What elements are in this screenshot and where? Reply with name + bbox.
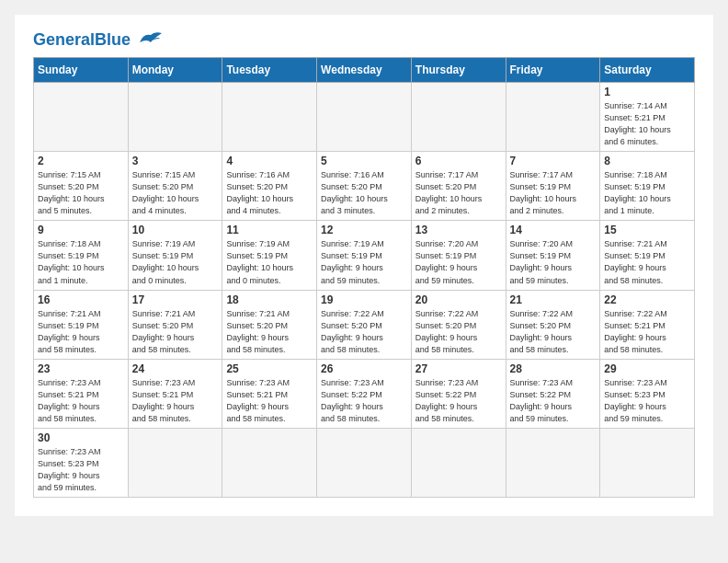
day-number: 15 [604,224,690,236]
day-number: 12 [321,224,407,236]
day-info: Sunrise: 7:15 AM Sunset: 5:20 PM Dayligh… [38,169,124,217]
day-number: 17 [132,293,219,306]
calendar-cell: 15Sunrise: 7:21 AM Sunset: 5:19 PM Dayli… [600,221,695,290]
calendar-cell: 8Sunrise: 7:18 AM Sunset: 5:19 PM Daylig… [600,152,695,221]
calendar-cell: 9Sunrise: 7:18 AM Sunset: 5:19 PM Daylig… [34,221,129,290]
day-info: Sunrise: 7:23 AM Sunset: 5:21 PM Dayligh… [226,377,313,425]
calendar-cell [128,83,222,152]
week-row-5: 30Sunrise: 7:23 AM Sunset: 5:23 PM Dayli… [34,428,695,497]
calendar-cell [411,83,506,152]
day-number: 14 [510,224,597,236]
week-row-4: 23Sunrise: 7:23 AM Sunset: 5:21 PM Dayli… [34,359,695,428]
day-number: 1 [604,86,690,98]
day-number: 4 [226,155,313,167]
calendar-cell: 1Sunrise: 7:14 AM Sunset: 5:21 PM Daylig… [600,83,695,152]
calendar-cell: 14Sunrise: 7:20 AM Sunset: 5:19 PM Dayli… [506,221,600,290]
day-info: Sunrise: 7:22 AM Sunset: 5:20 PM Dayligh… [415,308,502,356]
day-number: 9 [38,224,124,236]
day-info: Sunrise: 7:19 AM Sunset: 5:19 PM Dayligh… [226,238,313,286]
day-info: Sunrise: 7:19 AM Sunset: 5:19 PM Dayligh… [132,238,219,286]
logo-general: General [33,30,95,49]
day-number: 7 [510,155,597,167]
day-info: Sunrise: 7:21 AM Sunset: 5:20 PM Dayligh… [226,308,313,356]
day-number: 23 [38,362,124,375]
day-number: 28 [510,362,597,375]
day-info: Sunrise: 7:23 AM Sunset: 5:23 PM Dayligh… [38,446,124,494]
day-number: 30 [38,431,124,444]
calendar-cell [506,83,600,152]
day-info: Sunrise: 7:21 AM Sunset: 5:20 PM Dayligh… [132,308,219,356]
calendar-cell: 13Sunrise: 7:20 AM Sunset: 5:19 PM Dayli… [411,221,506,290]
day-number: 6 [415,155,502,167]
calendar-cell: 16Sunrise: 7:21 AM Sunset: 5:19 PM Dayli… [34,290,129,359]
calendar-cell: 18Sunrise: 7:21 AM Sunset: 5:20 PM Dayli… [222,290,317,359]
calendar-cell: 10Sunrise: 7:19 AM Sunset: 5:19 PM Dayli… [128,221,222,290]
week-row-2: 9Sunrise: 7:18 AM Sunset: 5:19 PM Daylig… [34,221,695,290]
calendar-cell [34,83,129,152]
day-info: Sunrise: 7:17 AM Sunset: 5:20 PM Dayligh… [415,169,502,217]
day-info: Sunrise: 7:14 AM Sunset: 5:21 PM Dayligh… [604,100,690,148]
day-number: 19 [321,293,407,306]
day-info: Sunrise: 7:23 AM Sunset: 5:22 PM Dayligh… [415,377,502,425]
calendar-cell [411,428,506,497]
calendar-cell: 26Sunrise: 7:23 AM Sunset: 5:22 PM Dayli… [317,359,412,428]
day-number: 3 [132,155,219,167]
calendar-cell: 12Sunrise: 7:19 AM Sunset: 5:19 PM Dayli… [317,221,412,290]
calendar-container: GeneralBlue SundayMondayTuesdayWednesday… [15,15,713,516]
day-number: 18 [226,293,313,306]
day-number: 20 [415,293,502,306]
calendar-cell [222,428,317,497]
day-number: 26 [321,362,407,375]
day-info: Sunrise: 7:15 AM Sunset: 5:20 PM Dayligh… [132,169,219,217]
logo-bird-icon [136,29,165,50]
day-number: 21 [510,293,597,306]
header-day-sunday: Sunday [34,58,129,83]
calendar-cell: 23Sunrise: 7:23 AM Sunset: 5:21 PM Dayli… [34,359,129,428]
calendar-cell: 24Sunrise: 7:23 AM Sunset: 5:21 PM Dayli… [128,359,222,428]
calendar-cell: 17Sunrise: 7:21 AM Sunset: 5:20 PM Dayli… [128,290,222,359]
day-number: 29 [604,362,690,375]
header-day-friday: Friday [506,58,600,83]
calendar-cell [506,428,600,497]
calendar-cell: 20Sunrise: 7:22 AM Sunset: 5:20 PM Dayli… [411,290,506,359]
week-row-0: 1Sunrise: 7:14 AM Sunset: 5:21 PM Daylig… [34,83,695,152]
header-row: SundayMondayTuesdayWednesdayThursdayFrid… [34,58,695,83]
week-row-3: 16Sunrise: 7:21 AM Sunset: 5:19 PM Dayli… [34,290,695,359]
day-number: 25 [226,362,313,375]
day-number: 10 [132,224,219,236]
logo-text: GeneralBlue [33,31,131,48]
calendar-cell: 11Sunrise: 7:19 AM Sunset: 5:19 PM Dayli… [222,221,317,290]
calendar-cell: 4Sunrise: 7:16 AM Sunset: 5:20 PM Daylig… [222,152,317,221]
calendar-header: SundayMondayTuesdayWednesdayThursdayFrid… [34,58,695,83]
calendar-cell: 5Sunrise: 7:16 AM Sunset: 5:20 PM Daylig… [317,152,412,221]
header-day-thursday: Thursday [411,58,506,83]
day-info: Sunrise: 7:18 AM Sunset: 5:19 PM Dayligh… [604,169,690,217]
day-info: Sunrise: 7:21 AM Sunset: 5:19 PM Dayligh… [604,238,690,286]
day-info: Sunrise: 7:21 AM Sunset: 5:19 PM Dayligh… [38,308,124,356]
calendar-cell: 21Sunrise: 7:22 AM Sunset: 5:20 PM Dayli… [506,290,600,359]
header-day-saturday: Saturday [600,58,695,83]
day-number: 16 [38,293,124,306]
logo-blue: Blue [95,30,131,49]
day-number: 8 [604,155,690,167]
day-number: 13 [415,224,502,236]
calendar-cell [128,428,222,497]
day-info: Sunrise: 7:22 AM Sunset: 5:21 PM Dayligh… [604,308,690,356]
day-info: Sunrise: 7:23 AM Sunset: 5:23 PM Dayligh… [604,377,690,425]
day-info: Sunrise: 7:16 AM Sunset: 5:20 PM Dayligh… [321,169,407,217]
calendar-cell [317,83,412,152]
calendar-cell: 7Sunrise: 7:17 AM Sunset: 5:19 PM Daylig… [506,152,600,221]
calendar-cell: 6Sunrise: 7:17 AM Sunset: 5:20 PM Daylig… [411,152,506,221]
day-number: 24 [132,362,219,375]
header-day-monday: Monday [128,58,222,83]
day-info: Sunrise: 7:20 AM Sunset: 5:19 PM Dayligh… [510,238,597,286]
header-day-wednesday: Wednesday [317,58,412,83]
day-number: 5 [321,155,407,167]
calendar-cell: 29Sunrise: 7:23 AM Sunset: 5:23 PM Dayli… [600,359,695,428]
day-info: Sunrise: 7:22 AM Sunset: 5:20 PM Dayligh… [510,308,597,356]
day-number: 2 [38,155,124,167]
calendar-cell: 19Sunrise: 7:22 AM Sunset: 5:20 PM Dayli… [317,290,412,359]
header-day-tuesday: Tuesday [222,58,317,83]
calendar-cell: 3Sunrise: 7:15 AM Sunset: 5:20 PM Daylig… [128,152,222,221]
day-info: Sunrise: 7:16 AM Sunset: 5:20 PM Dayligh… [226,169,313,217]
